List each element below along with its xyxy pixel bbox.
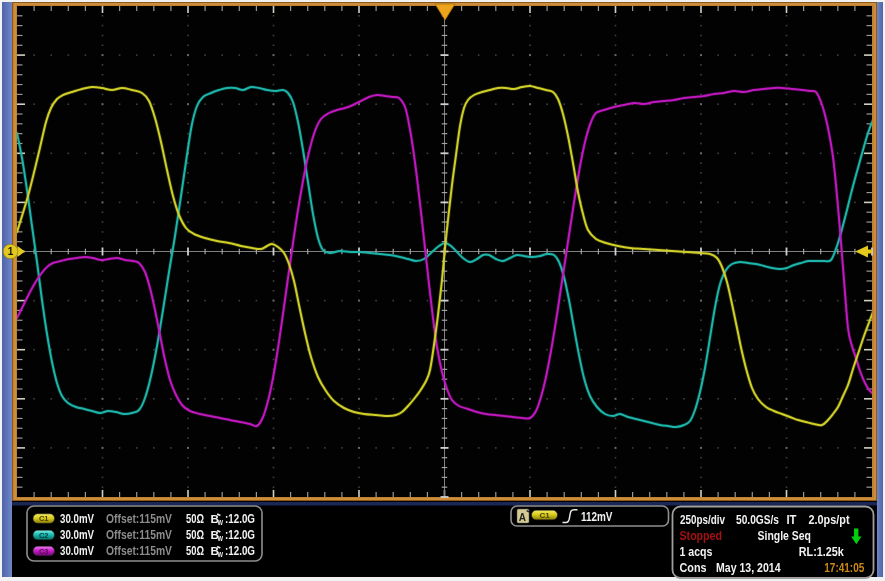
svg-text:C1: C1 [539, 511, 550, 520]
svg-text:W: W [218, 535, 224, 542]
svg-text::12.0G: :12.0G [225, 544, 255, 558]
svg-text:17:41:05: 17:41:05 [824, 560, 864, 575]
svg-text:1 acqs: 1 acqs [680, 544, 713, 559]
svg-text:Offset:115mV: Offset:115mV [106, 512, 173, 526]
svg-text:C1: C1 [39, 514, 49, 523]
svg-text:2.0ps/pt: 2.0ps/pt [809, 512, 851, 527]
svg-text:C2: C2 [39, 531, 49, 540]
svg-text:RL:1.25k: RL:1.25k [799, 544, 845, 559]
svg-text:C3: C3 [39, 547, 49, 556]
svg-text:30.0mV: 30.0mV [60, 528, 95, 542]
svg-text:1: 1 [8, 246, 14, 257]
svg-text:50Ω: 50Ω [186, 528, 204, 542]
svg-text:May 13, 2014: May 13, 2014 [716, 560, 781, 575]
svg-text:Offset:115mV: Offset:115mV [106, 528, 173, 542]
svg-text:50Ω: 50Ω [186, 512, 204, 526]
svg-text:Stopped: Stopped [680, 528, 723, 543]
svg-text:50.0GS/s: 50.0GS/s [736, 512, 779, 527]
svg-text:Cons: Cons [680, 560, 707, 575]
svg-text:W: W [218, 551, 224, 558]
svg-text::12.0G: :12.0G [225, 512, 255, 526]
svg-text:Single Seq: Single Seq [758, 528, 812, 543]
svg-text::12.0G: :12.0G [225, 528, 255, 542]
svg-text:250ps/div: 250ps/div [680, 512, 726, 527]
svg-text:IT: IT [787, 512, 797, 527]
svg-text:30.0mV: 30.0mV [60, 544, 95, 558]
svg-text:W: W [218, 519, 224, 526]
svg-text:112mV: 112mV [581, 509, 613, 524]
svg-text:30.0mV: 30.0mV [60, 512, 95, 526]
svg-text:Offset:115mV: Offset:115mV [106, 544, 173, 558]
svg-text:50Ω: 50Ω [186, 544, 204, 558]
svg-text:A: A [519, 512, 526, 523]
